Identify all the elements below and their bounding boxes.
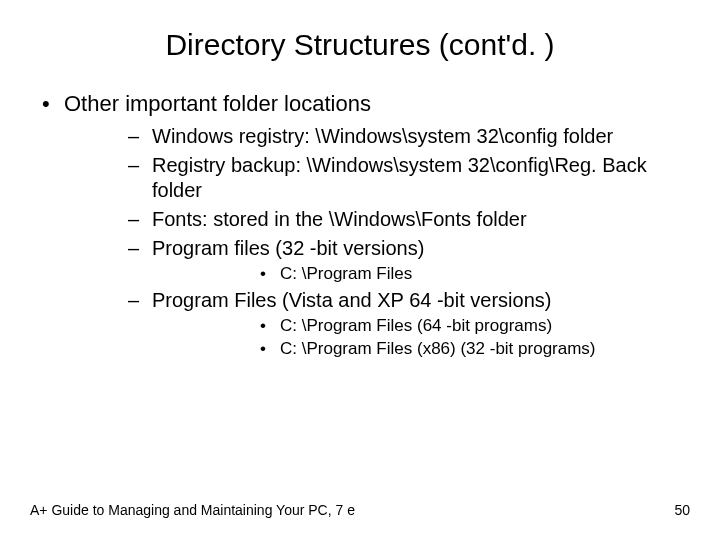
list-item: C: \Program Files xyxy=(152,263,700,284)
slide-body: Other important folder locations Windows… xyxy=(0,72,720,359)
bullet-list-level3: C: \Program Files xyxy=(152,263,700,284)
footer-text: A+ Guide to Managing and Maintaining You… xyxy=(30,502,355,518)
bullet-text: C: \Program Files xyxy=(280,264,412,283)
bullet-text: Fonts: stored in the \Windows\Fonts fold… xyxy=(152,208,527,230)
slide: Directory Structures (cont'd. ) Other im… xyxy=(0,0,720,540)
bullet-list-level2: Windows registry: \Windows\system 32\con… xyxy=(64,124,700,360)
list-item: C: \Program Files (64 -bit programs) xyxy=(152,315,700,336)
list-item: Program Files (Vista and XP 64 -bit vers… xyxy=(64,288,700,360)
list-item: Fonts: stored in the \Windows\Fonts fold… xyxy=(64,207,700,232)
list-item: Registry backup: \Windows\system 32\conf… xyxy=(64,153,700,203)
slide-title: Directory Structures (cont'd. ) xyxy=(0,0,720,72)
page-number: 50 xyxy=(674,502,690,518)
bullet-text: Windows registry: \Windows\system 32\con… xyxy=(152,125,613,147)
bullet-list-level1: Other important folder locations Windows… xyxy=(20,90,700,359)
bullet-text: Registry backup: \Windows\system 32\conf… xyxy=(152,154,647,201)
bullet-text: Program files (32 -bit versions) xyxy=(152,237,424,259)
bullet-text: C: \Program Files (64 -bit programs) xyxy=(280,316,552,335)
bullet-text: C: \Program Files (x86) (32 -bit program… xyxy=(280,339,596,358)
list-item: Program files (32 -bit versions) C: \Pro… xyxy=(64,236,700,284)
bullet-text: Program Files (Vista and XP 64 -bit vers… xyxy=(152,289,551,311)
bullet-text: Other important folder locations xyxy=(64,91,371,116)
bullet-list-level3: C: \Program Files (64 -bit programs) C: … xyxy=(152,315,700,360)
list-item: Other important folder locations Windows… xyxy=(20,90,700,359)
list-item: C: \Program Files (x86) (32 -bit program… xyxy=(152,338,700,359)
footer: A+ Guide to Managing and Maintaining You… xyxy=(30,502,690,518)
list-item: Windows registry: \Windows\system 32\con… xyxy=(64,124,700,149)
